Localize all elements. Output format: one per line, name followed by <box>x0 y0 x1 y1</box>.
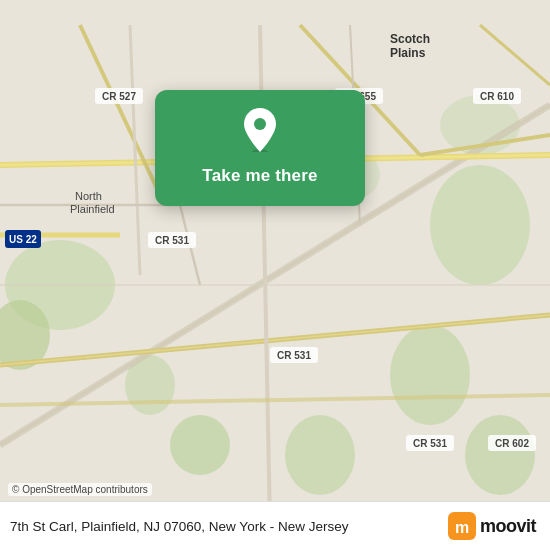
navigation-popup: Take me there <box>155 90 365 206</box>
svg-text:m: m <box>455 519 469 536</box>
svg-text:CR 602: CR 602 <box>495 438 529 449</box>
svg-point-4 <box>390 325 470 425</box>
svg-point-6 <box>170 415 230 475</box>
svg-text:Scotch: Scotch <box>390 32 430 46</box>
bottom-bar: 7th St Carl, Plainfield, NJ 07060, New Y… <box>0 501 550 550</box>
osm-attribution: © OpenStreetMap contributors <box>8 483 152 496</box>
svg-point-52 <box>254 118 266 130</box>
svg-text:North: North <box>75 190 102 202</box>
svg-text:CR 531: CR 531 <box>277 350 311 361</box>
map-container: CR 527 CR 655 CR 610 US 22 US 22 CR 531 … <box>0 0 550 550</box>
map-svg: CR 527 CR 655 CR 610 US 22 US 22 CR 531 … <box>0 0 550 550</box>
address-label: 7th St Carl, Plainfield, NJ 07060, New Y… <box>10 519 448 534</box>
moovit-logo: m moovit <box>448 512 536 540</box>
svg-text:US 22: US 22 <box>9 234 37 245</box>
svg-point-5 <box>285 415 355 495</box>
svg-text:CR 527: CR 527 <box>102 91 136 102</box>
svg-text:Plainfield: Plainfield <box>70 203 115 215</box>
moovit-text: moovit <box>480 516 536 537</box>
moovit-m-icon: m <box>448 512 476 540</box>
take-me-there-button[interactable]: Take me there <box>194 162 325 190</box>
svg-text:CR 531: CR 531 <box>155 235 189 246</box>
location-pin-icon <box>238 108 282 152</box>
svg-point-7 <box>465 415 535 495</box>
svg-text:Plains: Plains <box>390 46 426 60</box>
svg-text:CR 610: CR 610 <box>480 91 514 102</box>
svg-text:CR 531: CR 531 <box>413 438 447 449</box>
svg-point-3 <box>430 165 530 285</box>
